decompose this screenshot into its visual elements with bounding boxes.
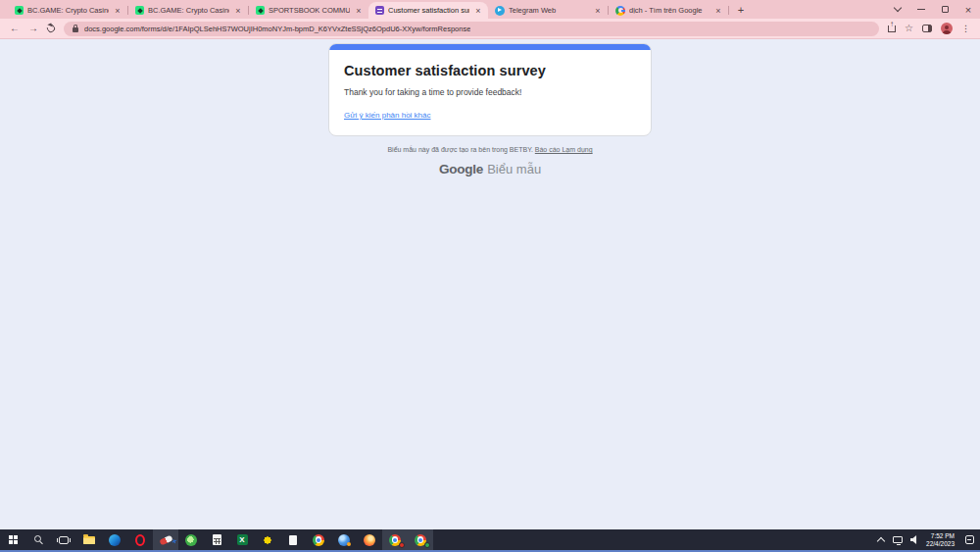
windows-taskbar: 7:52 PM 22/4/2023 [0,529,980,552]
browser-tab-strip: BC.GAME: Crypto Casino Games BC.GAME: Cr… [0,0,980,19]
tab-title: BC.GAME: Crypto Casino Games [27,6,109,15]
tab-search-chevron-icon[interactable] [886,0,909,19]
tab-bcgame-1[interactable]: BC.GAME: Crypto Casino Games [8,2,127,19]
tab-close-icon[interactable] [713,6,723,16]
tab-telegram[interactable]: Telegram Web [488,2,608,19]
minimize-icon[interactable] [909,0,933,19]
notepad-icon[interactable] [280,529,306,550]
search-icon[interactable] [25,529,51,550]
tab-close-icon[interactable] [113,6,122,16]
menu-kebab-icon[interactable] [961,25,970,33]
task-view-icon[interactable] [51,529,76,550]
toolbar-right-icons [888,23,970,34]
google-forms-brand: Google Biểu mẫu [439,162,541,176]
hidden-icons-chevron[interactable] [873,529,889,550]
web-content-area: Customer satisfaction survey Thank you f… [0,39,980,529]
address-bar[interactable]: docs.google.com/forms/d/e/1FAIpQLSehHS7W… [64,22,879,36]
window-controls [886,0,980,19]
google-favicon [615,6,625,16]
bcgame-favicon [15,6,24,15]
submit-another-response-link[interactable]: Gửi ý kiến phản hồi khác [344,111,431,120]
file-explorer-icon[interactable] [76,529,102,550]
bcgame-favicon [135,6,144,15]
desktop-screen: BC.GAME: Crypto Casino Games BC.GAME: Cr… [0,0,980,552]
picpick-icon[interactable] [255,529,280,550]
tab-bcgame-2[interactable]: BC.GAME: Crypto Casino Games [128,2,248,19]
tab-close-icon[interactable] [593,6,603,16]
notification-icon[interactable] [958,529,980,550]
form-card-body: Customer satisfaction survey Thank you f… [329,50,651,135]
lock-icon [73,27,78,32]
restore-icon[interactable] [933,0,956,19]
google-forms-favicon [375,6,384,15]
globe-app-icon[interactable] [331,529,357,550]
form-title: Customer satisfaction survey [344,63,636,78]
tab-google-search[interactable]: dịch - Tìm trên Google [609,2,728,19]
new-tab-button[interactable] [733,2,749,18]
report-abuse-link[interactable]: Báo cáo Lạm dụng [535,146,593,153]
edge-icon[interactable] [102,529,127,550]
tab-close-icon[interactable] [354,6,364,16]
back-icon[interactable]: ← [10,24,20,33]
bcgame-favicon [256,6,265,15]
calculator-icon[interactable] [204,529,229,550]
network-icon[interactable] [889,529,906,550]
tab-title: BC.GAME: Crypto Casino Games [148,6,229,15]
reload-icon[interactable] [45,23,56,33]
clock-time: 7:52 PM [931,532,955,540]
google-logo-text: Google [439,162,483,176]
close-icon[interactable] [956,0,980,19]
taskbar-spacer [433,529,873,550]
forward-icon[interactable]: → [28,24,38,33]
tab-title: dịch - Tìm trên Google [629,6,710,15]
telegram-favicon [495,6,505,16]
profile-avatar[interactable] [941,23,953,34]
tab-title: Customer satisfaction survey [388,6,469,15]
tab-close-icon[interactable] [233,6,243,16]
form-footer-notice: Biểu mẫu này đã được tạo ra bên trong BE… [387,146,592,153]
browser-toolbar: ← → docs.google.com/forms/d/e/1FAIpQLSeh… [0,19,980,39]
chrome-profile-red-icon[interactable] [382,529,408,550]
tab-close-icon[interactable] [473,6,483,16]
tab-title: SPORTSBOOK COMMUNITY SUR [269,6,350,15]
volume-icon[interactable] [906,529,922,550]
tab-separator [728,6,729,15]
opera-icon[interactable] [127,529,153,550]
tab-customer-survey-active[interactable]: Customer satisfaction survey [368,2,488,19]
pill-app-icon[interactable] [153,529,178,550]
form-response-card: Customer satisfaction survey Thank you f… [328,43,652,136]
clock-date: 22/4/2023 [926,540,955,548]
excel-icon[interactable] [229,529,255,550]
url-text[interactable]: docs.google.com/forms/d/e/1FAIpQLSehHS7W… [84,25,470,33]
chrome-profile-green-icon[interactable] [408,529,433,550]
chrome-icon[interactable] [306,529,331,550]
star-icon[interactable] [905,24,913,33]
form-confirmation-message: Thank you for taking a time to provide f… [344,87,636,97]
firefox-icon[interactable] [357,529,382,550]
share-icon[interactable] [888,25,896,32]
start-icon[interactable] [0,529,25,550]
forms-product-text: Biểu mẫu [487,162,541,176]
side-panel-icon[interactable] [922,25,932,32]
created-notice-text: Biểu mẫu này đã được tạo ra bên trong BE… [387,146,534,153]
idm-icon[interactable] [178,529,204,550]
tab-sportsbook[interactable]: SPORTSBOOK COMMUNITY SUR [249,2,368,19]
tab-title: Telegram Web [509,6,589,15]
taskbar-clock[interactable]: 7:52 PM 22/4/2023 [922,529,958,550]
